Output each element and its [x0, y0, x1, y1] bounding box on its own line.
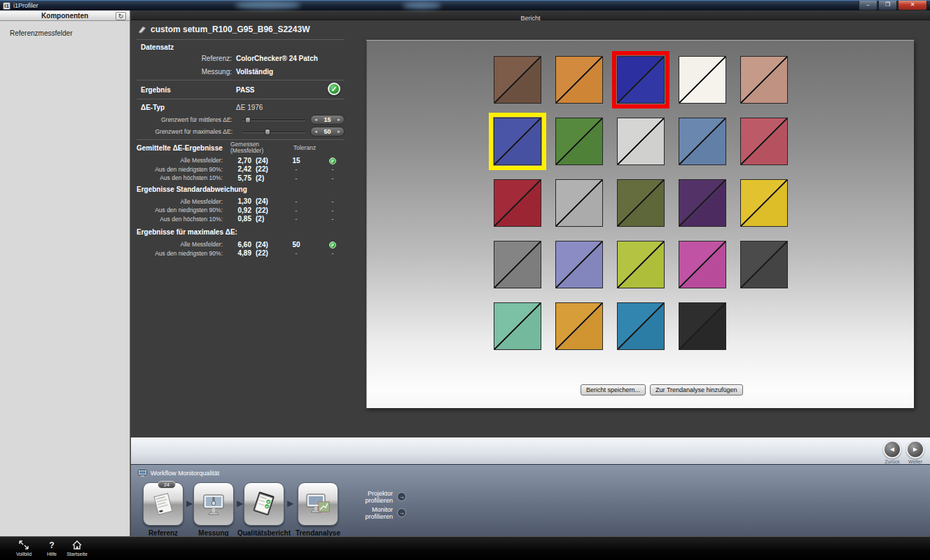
- table-cell: 15: [275, 157, 317, 164]
- column-header-measured2: (Messfelder): [230, 147, 263, 154]
- go-arrow-icon[interactable]: →: [397, 492, 406, 501]
- document-icon[interactable]: [143, 482, 183, 526]
- table-cell: 4,89: [228, 249, 251, 257]
- patch-actions: Bericht speichern...Zur Trendanalyse hin…: [581, 384, 743, 396]
- bottom-toolbar: Vollbild?HilfeStartseite: [0, 536, 930, 560]
- color-patch-r4c2[interactable]: [555, 241, 603, 288]
- workflow-step-qualitätsbericht[interactable]: Qualitätsbericht: [244, 482, 284, 526]
- top-tab-label: Bericht: [520, 15, 540, 22]
- color-patch-r3c5[interactable]: [740, 179, 788, 227]
- table-cell: -: [275, 174, 317, 182]
- workflow-header: Workflow Monitorqualität: [138, 470, 219, 477]
- profile-projector-link[interactable]: Projektorprofilieren: [326, 490, 393, 504]
- table-section-heading: Ergebnisse Standardabweichung: [137, 185, 348, 195]
- color-patch-r1c5[interactable]: [740, 56, 788, 104]
- sidebar-header-label: Komponenten: [0, 11, 130, 21]
- report-check-icon[interactable]: [244, 482, 284, 526]
- color-patch-r2c4[interactable]: [679, 118, 726, 165]
- stepper-up-icon[interactable]: ►: [337, 115, 341, 124]
- table-cell: Aus den höchsten 10%:: [137, 216, 228, 223]
- table-row: Aus den höchsten 10%:5,75(2)--: [137, 174, 348, 183]
- close-button[interactable]: ✕: [898, 1, 927, 10]
- mean-de-stepper[interactable]: ◄ 15 ►: [310, 115, 345, 125]
- vollbild-button[interactable]: Vollbild: [8, 540, 39, 556]
- table-cell: Aus den höchsten 10%:: [137, 174, 228, 181]
- table-cell: (22): [251, 206, 275, 214]
- row-pass-check-icon: ✓: [317, 157, 348, 164]
- divider: [137, 39, 345, 40]
- color-patch-r5c3[interactable]: [617, 302, 665, 350]
- color-patch-r2c5[interactable]: [740, 118, 788, 165]
- table-cell: Alle Messfelder:: [137, 198, 228, 205]
- refresh-icon[interactable]: ↻: [116, 12, 126, 20]
- next-button[interactable]: ►: [906, 440, 924, 458]
- color-patch-r2c2[interactable]: [555, 118, 603, 165]
- table-cell: 5,75: [228, 174, 251, 182]
- stepper-down-icon[interactable]: ◄: [314, 127, 318, 136]
- save-report-button[interactable]: Bericht speichern...: [581, 384, 646, 396]
- color-patch-r1c4[interactable]: [679, 56, 726, 104]
- color-patch-r3c3[interactable]: [617, 179, 665, 227]
- color-patch-r4c4[interactable]: [679, 241, 726, 288]
- table-row: Alle Messfelder:6,60(24)50✓: [137, 240, 348, 249]
- color-patch-r4c3[interactable]: [617, 241, 665, 288]
- dataset-row-value: ColorChecker® 24 Patch: [236, 55, 318, 62]
- color-patch-r1c2[interactable]: [555, 56, 603, 104]
- column-header-tolerance: Toleranz: [293, 144, 316, 151]
- patch-report-panel: Bericht speichern...Zur Trendanalyse hin…: [366, 40, 914, 408]
- go-arrow-icon[interactable]: →: [397, 508, 406, 517]
- fullscreen-icon: [8, 540, 39, 550]
- result-value: PASS: [236, 86, 255, 94]
- back-button[interactable]: ◄: [883, 440, 901, 458]
- color-patch-r5c4[interactable]: [679, 302, 726, 350]
- result-pass-check-icon: ✓: [328, 83, 340, 95]
- monitor-icon: [138, 470, 147, 477]
- table-cell: (2): [251, 215, 275, 223]
- mean-de-slider[interactable]: [242, 120, 305, 121]
- color-patch-r2c3[interactable]: [617, 118, 665, 165]
- app-icon: i1: [3, 2, 11, 10]
- table-cell: -: [317, 165, 348, 173]
- color-patch-r5c1[interactable]: [494, 302, 541, 350]
- toolbar-button-label: Vollbild: [8, 552, 39, 556]
- max-de-stepper[interactable]: ◄ 50 ►: [310, 127, 345, 136]
- startseite-button[interactable]: Startseite: [62, 540, 92, 556]
- title-bar: i1 i1Profiler – ❐ ✕: [0, 0, 930, 10]
- workflow-step-referenz[interactable]: 24Referenz: [143, 482, 183, 526]
- slider-thumb[interactable]: [245, 117, 251, 123]
- table-cell: -: [275, 197, 317, 205]
- color-patch-r5c2[interactable]: [555, 302, 603, 350]
- table-cell: (24): [251, 157, 275, 164]
- window-title: i1Profiler: [13, 2, 39, 9]
- workflow-step-messung[interactable]: Messung: [193, 482, 234, 526]
- main-area: Bericht custom setum_R100_G95_B96_S2243W…: [131, 10, 930, 438]
- workflow-arrow-icon: ▶: [186, 498, 193, 508]
- minimize-button[interactable]: –: [859, 1, 877, 10]
- max-de-slider[interactable]: [242, 132, 305, 133]
- stepper-value: 15: [324, 116, 331, 123]
- divider: [137, 139, 345, 140]
- stepper-down-icon[interactable]: ◄: [314, 115, 318, 124]
- color-patch-r1c1[interactable]: [494, 56, 541, 104]
- color-patch-r2c1[interactable]: [494, 118, 541, 165]
- patch-count-badge: 24: [158, 481, 176, 489]
- monitor-device-icon[interactable]: [193, 482, 234, 526]
- table-cell: -: [275, 215, 317, 223]
- table-row: Alle Messfelder:1,30(24)--: [137, 197, 348, 206]
- sidebar-item-referenzmessfelder[interactable]: Referenzmessfelder: [10, 29, 72, 37]
- color-patch-r4c5[interactable]: [740, 241, 788, 288]
- dataset-row-label: Messung:: [131, 68, 232, 76]
- profile-monitor-link[interactable]: Monitorprofilieren: [326, 506, 393, 520]
- color-patch-r3c4[interactable]: [679, 179, 726, 227]
- table-cell: (22): [251, 165, 275, 173]
- add-to-trend-button[interactable]: Zur Trendanalyse hinzufügen: [650, 384, 743, 396]
- maximize-button[interactable]: ❐: [878, 1, 897, 10]
- color-patch-r4c1[interactable]: [494, 241, 541, 288]
- stepper-up-icon[interactable]: ►: [337, 127, 341, 136]
- color-patch-r3c2[interactable]: [555, 179, 603, 227]
- color-patch-r3c1[interactable]: [494, 179, 541, 227]
- slider-thumb[interactable]: [265, 129, 270, 135]
- table-cell: Alle Messfelder:: [137, 241, 228, 248]
- table-cell: Aus den niedrigsten 90%:: [137, 206, 228, 214]
- color-patch-r1c3[interactable]: [617, 56, 665, 104]
